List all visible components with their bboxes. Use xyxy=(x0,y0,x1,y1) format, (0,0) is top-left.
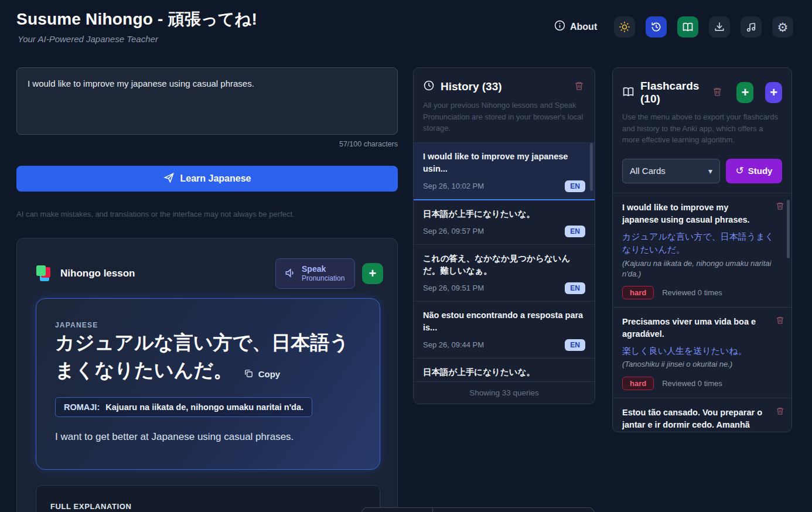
theme-toggle-button[interactable] xyxy=(614,16,635,37)
flashcard: Estou tão cansado. Vou preparar o jantar… xyxy=(613,398,791,432)
copy-icon xyxy=(244,368,254,380)
history-item-text: これの答え、なかなか見つからないんだ。難しいなぁ。 xyxy=(423,252,585,277)
english-translation: I want to get better at Japanese using c… xyxy=(55,431,361,443)
flashcards-title: Flashcards (10) xyxy=(640,80,705,105)
romaji-label: ROMAJI: xyxy=(64,402,100,412)
history-description: All your previous Nihongo lessons and Sp… xyxy=(414,94,595,142)
lesson-card: Nihongo lesson Speak Pronunciation + JAP… xyxy=(16,238,398,512)
book-icon xyxy=(682,21,694,33)
study-button[interactable]: ↺ Study xyxy=(726,159,782,183)
delete-flashcard-button[interactable] xyxy=(775,315,786,327)
history-item[interactable]: I would like to improve my japanese usin… xyxy=(414,143,595,200)
ai-disclaimer: AI can make mistakes, and translations o… xyxy=(16,210,295,219)
download-button[interactable] xyxy=(709,16,730,37)
history-footer: Showing 33 queries xyxy=(414,381,595,404)
history-item[interactable]: 日本語が上手になりたいな。 Sep 26, 09:57 PM EN xyxy=(414,200,595,245)
reviewed-count: Reviewed 0 times xyxy=(662,288,722,297)
flashcards-scrollbar-thumb[interactable] xyxy=(787,200,790,258)
speaker-icon xyxy=(284,267,296,281)
language-badge: EN xyxy=(565,339,585,351)
redo-icon: ↺ xyxy=(736,165,744,177)
history-clock-icon xyxy=(650,21,662,33)
flashcard-front: I would like to improve my japanese usin… xyxy=(622,202,782,226)
copy-label: Copy xyxy=(258,369,281,379)
add-card-purple-button[interactable]: + xyxy=(765,82,782,103)
settings-button[interactable]: ⚙ xyxy=(772,16,793,37)
trash-icon xyxy=(776,318,784,326)
download-icon xyxy=(714,21,725,33)
full-explanation-section: FULL EXPLANATION xyxy=(36,485,380,512)
lesson-books-icon xyxy=(36,265,52,282)
history-button[interactable] xyxy=(646,16,667,37)
history-scrollbar-thumb[interactable] xyxy=(590,143,593,191)
music-note-icon xyxy=(745,21,757,33)
study-label: Study xyxy=(748,166,773,176)
history-item-time: Sep 26, 10:02 PM xyxy=(423,182,484,190)
info-icon xyxy=(554,20,565,33)
cards-filter-value: All Cards xyxy=(630,166,666,176)
add-card-green-button[interactable]: + xyxy=(736,82,753,103)
add-flashcard-button[interactable]: + xyxy=(362,263,383,284)
cards-filter-select[interactable]: All Cards ▾ xyxy=(622,159,720,183)
flashcard: I would like to improve my japanese usin… xyxy=(613,193,791,308)
page-subtitle: Your AI-Powered Japanese Teacher xyxy=(18,34,158,44)
clear-flashcards-button[interactable] xyxy=(711,86,724,100)
char-count: 57/100 characters xyxy=(16,140,398,148)
history-item-time: Sep 26, 09:51 PM xyxy=(423,284,484,292)
language-badge: EN xyxy=(565,282,585,294)
pronunciation-label: Pronunciation xyxy=(302,274,344,283)
trash-icon xyxy=(574,84,584,93)
romaji-text: Kajuaru na iikata de, nihongo umaku nari… xyxy=(105,402,303,412)
send-icon xyxy=(163,172,175,186)
flashcard-front: Estou tão cansado. Vou preparar o jantar… xyxy=(622,407,782,432)
speak-pronunciation-button[interactable]: Speak Pronunciation xyxy=(275,258,355,289)
history-item[interactable]: Não estou encontrando a resposta para is… xyxy=(414,302,595,359)
sun-icon xyxy=(619,21,630,33)
flashcard-japanese: 楽しく良い人生を送りたいね。 xyxy=(622,344,782,358)
dictionary-button[interactable] xyxy=(677,16,698,37)
history-item-text: 日本語が上手になりたいな。 xyxy=(423,208,585,220)
book-icon xyxy=(622,86,634,100)
lesson-title: Nihongo lesson xyxy=(60,268,135,279)
flashcards-panel: Flashcards (10) + + Use the menu above t… xyxy=(612,67,792,432)
bottom-bar-partial xyxy=(361,507,595,512)
language-badge: EN xyxy=(565,226,585,237)
flashcards-description: Use the menu above to export your flashc… xyxy=(613,105,791,154)
trash-icon xyxy=(776,408,784,417)
japanese-result-card: JAPANESE カジュアルな言い方で、日本語うまくなりたいんだ。 Copy R… xyxy=(36,298,380,470)
romaji-box: ROMAJI: Kajuaru na iikata de, nihongo um… xyxy=(55,397,312,417)
delete-flashcard-button[interactable] xyxy=(775,405,786,418)
history-item-time: Sep 26, 09:44 PM xyxy=(423,340,484,349)
flashcard-front: Precisamos viver uma vida boa e agradáve… xyxy=(622,316,782,340)
full-explanation-label: FULL EXPLANATION xyxy=(50,502,366,511)
copy-button[interactable]: Copy xyxy=(244,368,281,380)
japanese-label: JAPANESE xyxy=(55,321,361,329)
gear-icon: ⚙ xyxy=(777,21,789,33)
music-button[interactable] xyxy=(741,16,762,37)
flashcard-romaji: (Kajuaru na iikata de, nihongo umaku nar… xyxy=(622,258,782,279)
lesson-input[interactable]: I would like to improve my japanese usin… xyxy=(16,67,398,135)
japanese-text: カジュアルな言い方で、日本語うまくなりたいんだ。 xyxy=(55,332,349,381)
history-list: I would like to improve my japanese usin… xyxy=(414,142,595,385)
about-button[interactable]: About xyxy=(554,20,597,33)
history-item[interactable]: これの答え、なかなか見つからないんだ。難しいなぁ。 Sep 26, 09:51 … xyxy=(414,245,595,302)
learn-japanese-label: Learn Japanese xyxy=(180,173,251,184)
clear-history-button[interactable] xyxy=(573,80,585,94)
history-item-text: I would like to improve my japanese usin… xyxy=(423,151,585,175)
header-toolbar: ⚙ xyxy=(614,16,793,37)
history-item-text: Não estou encontrando a resposta para is… xyxy=(423,309,585,334)
history-title: History (33) xyxy=(441,80,502,93)
flashcard: Precisamos viver uma vida boa e agradáve… xyxy=(613,308,791,398)
learn-japanese-button[interactable]: Learn Japanese xyxy=(16,166,398,192)
difficulty-badge: hard xyxy=(622,286,654,299)
clock-icon xyxy=(423,80,435,94)
history-panel: History (33) All your previous Nihongo l… xyxy=(413,67,595,404)
flashcard-romaji: (Tanoshiku ii jinsei o okuritai ne.) xyxy=(622,359,782,370)
delete-flashcard-button[interactable] xyxy=(775,200,786,213)
about-label: About xyxy=(570,22,597,32)
history-item-time: Sep 26, 09:57 PM xyxy=(423,227,484,235)
page-title: Susume Nihongo - 頑張ってね! xyxy=(16,8,257,30)
language-badge: EN xyxy=(565,180,585,192)
trash-icon xyxy=(712,90,722,98)
trash-icon xyxy=(776,203,784,212)
